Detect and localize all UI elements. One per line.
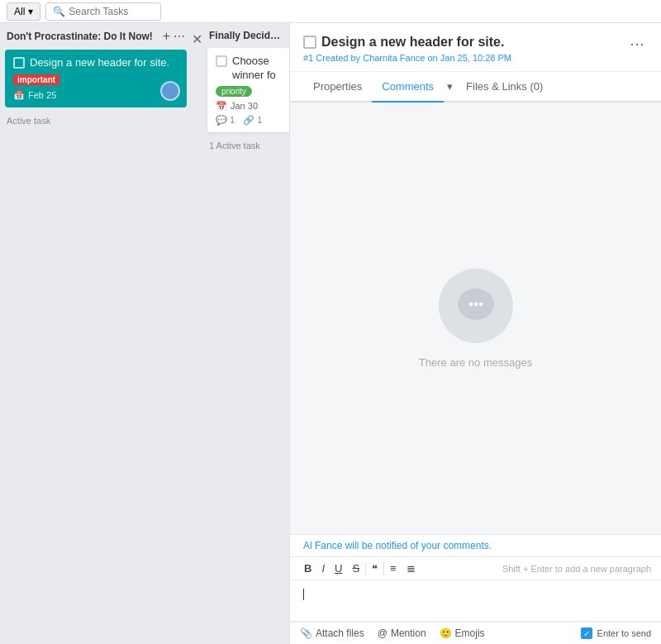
chat-bubble-icon xyxy=(454,284,497,327)
bold-button[interactable]: B xyxy=(300,561,316,576)
task-t1-date-text: Feb 25 xyxy=(28,90,56,100)
detail-title-row: Design a new header for site. #1 Created… xyxy=(303,35,648,63)
tab-comments[interactable]: Comments xyxy=(372,72,444,103)
toolbar-separator-1 xyxy=(365,562,366,575)
svg-rect-3 xyxy=(474,302,478,305)
filter-button[interactable]: All ▾ xyxy=(7,2,40,21)
editor-area[interactable] xyxy=(290,580,661,622)
filter-label: All xyxy=(14,6,25,17)
detail-created-by: Created by xyxy=(316,53,360,63)
comments-body: There are no messages xyxy=(290,103,661,534)
task-t2-title: Choose winner fo xyxy=(232,55,287,83)
ordered-list-button[interactable]: ≣ xyxy=(402,561,420,576)
emojis-label: Emojis xyxy=(455,627,485,639)
tab-dropdown[interactable]: ▾ xyxy=(444,72,456,101)
task-t2-comments: 💬 1 xyxy=(216,115,235,126)
col1-add-button[interactable]: + xyxy=(163,30,170,43)
detail-header: Design a new header for site. #1 Created… xyxy=(290,23,661,72)
col2-active-text: Active task xyxy=(216,141,260,150)
col2-title: Finally Decided to G xyxy=(209,30,283,41)
task-card-t2[interactable]: Choose winner fo priority 📅 Jan 30 💬 1 🔗… xyxy=(207,48,289,132)
task-t2-header: Choose winner fo xyxy=(216,55,287,83)
kanban-col-2: Finally Decided to G Choose winner fo pr… xyxy=(202,23,289,644)
tab-files[interactable]: Files & Links (0) xyxy=(456,72,553,103)
enter-to-send-checkbox[interactable] xyxy=(581,627,592,639)
attach-icon: 📎 xyxy=(300,627,312,639)
task-t1-title: Design a new header for site. xyxy=(30,56,169,70)
main-content: Don't Procrastinate: Do It Now! + ⋯ Desi… xyxy=(0,23,661,644)
task-t1-date: 📅 Feb 25 xyxy=(13,90,178,101)
mention-button[interactable]: @ Mention xyxy=(378,627,426,639)
col2-active-label: 1 Active task xyxy=(207,137,289,154)
top-bar: All ▾ 🔍 xyxy=(0,0,661,23)
search-icon: 🔍 xyxy=(53,6,65,17)
underline-button[interactable]: U xyxy=(330,561,346,576)
toolbar-hint: Shift + Enter to add a new paragraph xyxy=(502,564,651,574)
col2-header-left: Finally Decided to G xyxy=(209,30,283,41)
enter-to-send: Enter to send xyxy=(581,627,651,639)
detail-created-date: on Jan 25, 10:28 PM xyxy=(427,53,511,63)
close-button[interactable]: ✕ xyxy=(192,31,202,47)
notify-user: Al Fance xyxy=(303,540,342,551)
tab-properties[interactable]: Properties xyxy=(303,72,372,103)
enter-to-send-label: Enter to send xyxy=(597,628,651,638)
svg-point-2 xyxy=(468,302,472,305)
detail-panel: Design a new header for site. #1 Created… xyxy=(289,23,661,644)
mention-label: Mention xyxy=(391,627,426,639)
col1-title: Don't Procrastinate: Do It Now! xyxy=(7,31,153,42)
col1-active-text: Active task xyxy=(7,116,50,126)
task-card-t1-header: Design a new header for site. xyxy=(13,56,178,70)
svg-point-4 xyxy=(478,302,482,305)
search-box: 🔍 xyxy=(45,2,161,21)
task-t2-checkbox[interactable] xyxy=(216,55,227,67)
quote-button[interactable]: ❝ xyxy=(368,561,382,576)
notify-bar: Al Fance will be notified of your commen… xyxy=(290,534,661,556)
calendar-icon-t2: 📅 xyxy=(216,101,227,112)
detail-tabs: Properties Comments ▾ Files & Links (0) xyxy=(290,72,661,103)
detail-more-button[interactable]: ⋯ xyxy=(626,35,648,53)
attach-label: Attach files xyxy=(316,627,364,639)
empty-comments-icon xyxy=(439,269,513,343)
editor-cursor xyxy=(303,589,304,600)
task-t1-avatar xyxy=(160,81,180,101)
col1-actions: + ⋯ xyxy=(163,30,185,43)
kanban-col-1: Don't Procrastinate: Do It Now! + ⋯ Desi… xyxy=(0,23,192,644)
calendar-icon-t1: 📅 xyxy=(13,90,25,101)
col2-active-count: 1 xyxy=(209,141,214,150)
emoji-icon: 🙂 xyxy=(440,627,452,639)
empty-message: There are no messages xyxy=(419,356,532,369)
strikethrough-button[interactable]: S xyxy=(348,561,364,576)
close-strip: ✕ xyxy=(192,23,202,644)
task-t2-links: 🔗 1 xyxy=(243,115,262,126)
col2-header: Finally Decided to G xyxy=(207,30,289,41)
task-t2-meta: 💬 1 🔗 1 xyxy=(216,115,287,126)
editor-toolbar: B I U S ❝ ≡ ≣ Shift + Enter to add a new… xyxy=(290,556,661,580)
chevron-down-icon: ▾ xyxy=(447,80,453,93)
mention-icon: @ xyxy=(378,627,388,639)
toolbar-left: B I U S ❝ ≡ ≣ xyxy=(300,561,420,576)
detail-task-checkbox[interactable] xyxy=(303,36,316,49)
task-t2-badge: priority xyxy=(216,86,252,97)
detail-creator-link[interactable]: Charnita Fance xyxy=(363,53,425,63)
detail-task-num: #1 xyxy=(303,53,313,63)
detail-title-text: Design a new header for site. xyxy=(321,35,504,50)
col1-menu-button[interactable]: ⋯ xyxy=(174,31,185,42)
editor-footer: 📎 Attach files @ Mention 🙂 Emojis Enter … xyxy=(290,622,661,644)
unordered-list-button[interactable]: ≡ xyxy=(386,561,401,576)
task-t2-date: 📅 Jan 30 xyxy=(216,101,287,112)
kanban-area: Don't Procrastinate: Do It Now! + ⋯ Desi… xyxy=(0,23,289,644)
task-card-t1[interactable]: Design a new header for site. important … xyxy=(5,50,187,107)
attach-files-button[interactable]: 📎 Attach files xyxy=(300,627,364,639)
detail-meta: #1 Created by Charnita Fance on Jan 25, … xyxy=(303,53,511,63)
col1-header: Don't Procrastinate: Do It Now! + ⋯ xyxy=(5,30,187,43)
filter-chevron-icon: ▾ xyxy=(28,6,33,17)
search-input[interactable] xyxy=(69,6,154,17)
task-t1-badge: important xyxy=(13,74,59,85)
italic-button[interactable]: I xyxy=(317,561,329,576)
notify-text: will be notified of your comments. xyxy=(345,540,492,551)
col1-active-label: Active task xyxy=(5,112,187,129)
detail-title-left: Design a new header for site. #1 Created… xyxy=(303,35,511,63)
col1-header-left: Don't Procrastinate: Do It Now! xyxy=(7,31,153,42)
task-t1-checkbox[interactable] xyxy=(13,57,25,69)
emojis-button[interactable]: 🙂 Emojis xyxy=(440,627,485,639)
